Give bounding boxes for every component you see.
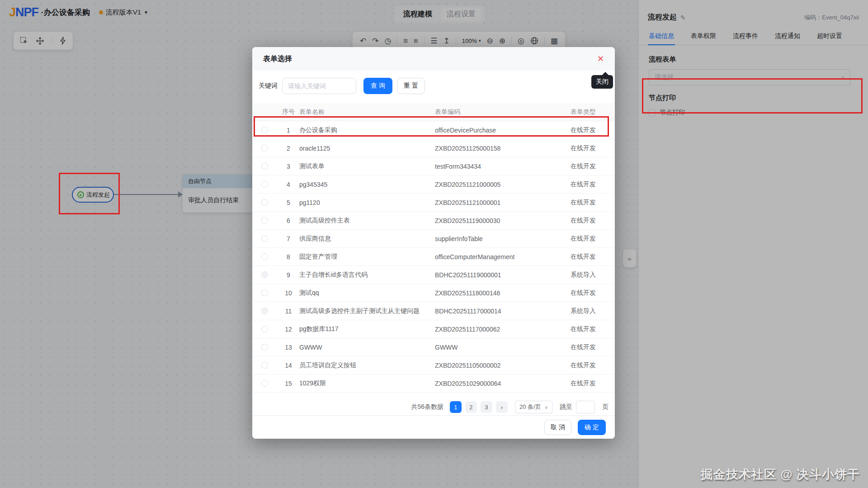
radio-button[interactable] <box>261 127 268 133</box>
radio-button[interactable] <box>261 289 268 296</box>
table-header: 序号 表单名称 表单编码 表单类型 <box>252 103 615 121</box>
radio-button[interactable] <box>261 163 268 170</box>
radio-button[interactable] <box>261 217 268 224</box>
form-name-cell: 员工培训自定义按钮 <box>299 361 435 370</box>
form-name-cell: pg1120 <box>299 199 435 206</box>
form-code-cell: testForm343434 <box>435 163 571 170</box>
radio-button[interactable] <box>261 235 268 242</box>
search-button[interactable]: 查 询 <box>363 78 392 94</box>
table-row[interactable]: 3 测试表单 testForm343434 在线开发 <box>252 157 615 175</box>
row-index: 3 <box>278 163 299 170</box>
table-row[interactable]: 7 供应商信息 supplierInfoTable 在线开发 <box>252 230 615 248</box>
form-code-cell: ZXBD20251125000158 <box>435 145 571 152</box>
form-type-cell: 在线开发 <box>571 199 606 207</box>
form-name-cell: 办公设备采购 <box>299 126 435 134</box>
radio-button[interactable] <box>261 344 268 351</box>
form-code-cell: BDHC20251119000001 <box>435 271 571 279</box>
radio-button[interactable] <box>261 362 268 369</box>
table-row[interactable]: 14 员工培训自定义按钮 ZXBD20251105000002 在线开发 <box>252 356 615 374</box>
form-name-cell: 主子自增长id多语言代码 <box>299 271 435 279</box>
page-1[interactable]: 1 <box>450 401 462 413</box>
row-index: 5 <box>278 199 299 206</box>
row-index: 11 <box>278 308 299 315</box>
form-name-cell: 测试表单 <box>299 162 435 171</box>
form-code-cell: supplierInfoTable <box>435 235 571 242</box>
jump-suffix: 页 <box>602 403 609 411</box>
close-tooltip: 关闭 <box>591 75 613 89</box>
dialog-header: 表单选择 ✕ <box>252 47 615 71</box>
row-index: 10 <box>278 289 299 297</box>
reset-button[interactable]: 重 置 <box>397 78 425 94</box>
form-type-cell: 在线开发 <box>571 343 606 351</box>
form-name-cell: oracle1125 <box>299 145 435 152</box>
col-no: 序号 <box>278 108 299 116</box>
next-page-icon[interactable]: › <box>496 401 508 413</box>
total-count: 共56条数据 <box>411 403 443 411</box>
table-row[interactable]: 2 oracle1125 ZXBD20251125000158 在线开发 <box>252 139 615 157</box>
col-form-code: 表单编码 <box>435 108 571 116</box>
radio-button[interactable] <box>261 145 268 152</box>
cancel-button[interactable]: 取 消 <box>544 420 571 435</box>
page-size-select[interactable]: 20 条/页 ∨ <box>515 401 552 413</box>
row-index: 14 <box>278 362 299 369</box>
col-form-name: 表单名称 <box>299 108 435 116</box>
form-name-cell: pg数据库1117 <box>299 325 435 333</box>
radio-button[interactable] <box>261 271 268 278</box>
row-index: 6 <box>278 217 299 224</box>
row-index: 13 <box>278 344 299 351</box>
row-index: 15 <box>278 380 299 387</box>
form-code-cell: ZXBD20251105000002 <box>435 362 571 369</box>
form-code-cell: ZXBD20251029000064 <box>435 380 571 387</box>
radio-button[interactable] <box>261 253 268 260</box>
form-code-cell: ZXBD20251117000062 <box>435 326 571 333</box>
form-code-cell: GWWW <box>435 344 571 351</box>
table-row[interactable]: 12 pg数据库1117 ZXBD20251117000062 在线开发 <box>252 320 615 338</box>
close-icon[interactable]: ✕ <box>597 55 604 63</box>
form-code-cell: ZXBD20251118000148 <box>435 289 571 297</box>
row-index: 2 <box>278 145 299 152</box>
table-row[interactable]: 13 GWWW GWWW 在线开发 <box>252 338 615 356</box>
form-select-dialog: 表单选择 ✕ 关键词 查 询 重 置 序号 表单名称 表单编码 表单类型 1 办… <box>252 47 615 439</box>
form-code-cell: officeComputerManagement <box>435 253 571 261</box>
row-index: 7 <box>278 235 299 242</box>
form-name-cell: 1029权限 <box>299 379 435 388</box>
page-3[interactable]: 3 <box>481 401 492 413</box>
page-2[interactable]: 2 <box>465 401 477 413</box>
radio-button[interactable] <box>261 308 268 314</box>
form-name-cell: GWWW <box>299 344 435 351</box>
form-type-cell: 在线开发 <box>571 379 606 388</box>
col-form-type: 表单类型 <box>571 108 606 116</box>
pagination: 共56条数据 1 2 3 › 20 条/页 ∨ 跳至 页 <box>252 393 615 413</box>
table-row[interactable]: 15 1029权限 ZXBD20251029000064 在线开发 <box>252 374 615 393</box>
form-name-cell: 供应商信息 <box>299 235 435 243</box>
keyword-input[interactable] <box>282 78 356 94</box>
form-name-cell: pg345345 <box>299 181 435 188</box>
radio-button[interactable] <box>261 326 268 332</box>
row-index: 1 <box>278 127 299 134</box>
form-type-cell: 在线开发 <box>571 253 606 261</box>
form-code-cell: officeDevicePurchase <box>435 127 571 134</box>
table-row[interactable]: 9 主子自增长id多语言代码 BDHC20251119000001 系统导入 <box>252 266 615 284</box>
radio-button[interactable] <box>261 181 268 188</box>
table-body: 1 办公设备采购 officeDevicePurchase 在线开发 2 ora… <box>252 121 615 393</box>
form-type-cell: 在线开发 <box>571 144 606 152</box>
jump-page-input[interactable] <box>576 401 595 413</box>
radio-button[interactable] <box>261 199 268 206</box>
form-table: 序号 表单名称 表单编码 表单类型 1 办公设备采购 officeDeviceP… <box>252 103 615 393</box>
form-type-cell: 在线开发 <box>571 180 606 189</box>
table-row[interactable]: 6 测试高级控件主表 ZXBD20251119000030 在线开发 <box>252 212 615 230</box>
form-type-cell: 系统导入 <box>571 271 606 279</box>
form-name-cell: 测试qq <box>299 289 435 297</box>
table-row[interactable]: 4 pg345345 ZXBD20251121000005 在线开发 <box>252 175 615 194</box>
table-row[interactable]: 1 办公设备采购 officeDevicePurchase 在线开发 <box>252 121 615 139</box>
row-index: 12 <box>278 326 299 333</box>
dialog-title: 表单选择 <box>263 54 292 64</box>
search-bar: 关键词 查 询 重 置 <box>252 71 615 94</box>
confirm-button[interactable]: 确 定 <box>578 420 606 435</box>
table-row[interactable]: 10 测试qq ZXBD20251118000148 在线开发 <box>252 284 615 302</box>
form-type-cell: 在线开发 <box>571 162 606 171</box>
radio-button[interactable] <box>261 380 268 387</box>
table-row[interactable]: 8 固定资产管理 officeComputerManagement 在线开发 <box>252 248 615 266</box>
table-row[interactable]: 5 pg1120 ZXBD20251121000001 在线开发 <box>252 194 615 212</box>
table-row[interactable]: 11 测试高级多选控件主副子测试主从主键问题 BDHC2025111700001… <box>252 302 615 320</box>
